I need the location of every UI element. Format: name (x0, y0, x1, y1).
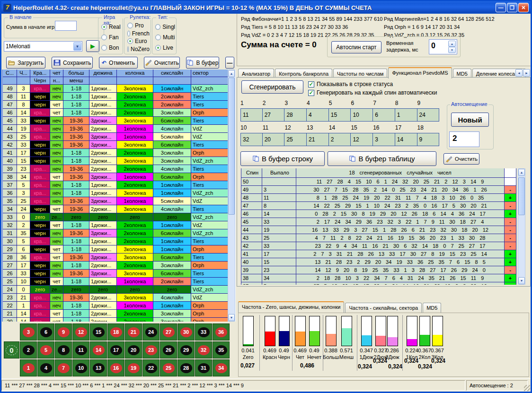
board-number-12[interactable]: 12 (72, 323, 89, 341)
spin-row[interactable]: 441916 13 33 29 3 27 15 1 28 26 6 21 23 … (241, 226, 517, 234)
spin-row[interactable]: 48118 1 28 25 24 19 20 22 31 11 7 4 18 3… (241, 194, 517, 202)
board-number-32[interactable]: 32 (195, 341, 212, 358)
radio-icon[interactable] (101, 24, 107, 30)
checkbox-autogen-row[interactable]: ✓ Генерировать на каждый спин автоматиче… (308, 89, 437, 96)
spin-row[interactable]: 49330 27 7 15 28 35 2 14 0 25 23 24 21 2… (241, 186, 517, 194)
freq-tab-2[interactable]: MD5 (423, 303, 441, 313)
start-sum-input[interactable] (55, 21, 77, 31)
table-row[interactable]: 2014кра...чет1-182дюжи...2колонка3сиклай… (3, 318, 228, 322)
table-row[interactable]: 221кра...неч1-181дюжи...1колонка1сиклайн… (3, 302, 228, 310)
generate-button[interactable]: Сгенерировать (241, 80, 303, 94)
board-number-8[interactable]: 8 (55, 341, 72, 358)
board-number-5[interactable]: 5 (37, 341, 54, 358)
table-row[interactable]: 4533черннеч19-363дюжи...3колонка6сиклайн… (3, 117, 228, 125)
radio-icon[interactable] (155, 45, 161, 51)
radio-option-multi[interactable]: Multi (155, 34, 175, 41)
scroll-up-icon[interactable]: ▲ (228, 70, 235, 77)
radio-icon[interactable] (127, 38, 133, 44)
table-row[interactable]: 2836кра...чет19-363дюжи...3колонка6сикла… (3, 253, 228, 262)
table-row[interactable]: 478чернчет1-181дюжи...2колонка2сиклайнTi… (3, 101, 228, 109)
spin-row[interactable]: 392314 12 9 20 8 19 25 35 33 1 3 28 27 1… (241, 266, 517, 274)
board-number-16[interactable]: 16 (107, 359, 124, 376)
spinner-up-icon[interactable]: ▲ (448, 41, 456, 47)
table-row[interactable]: 2114кра...чет1-182дюжи...2колонка3сиклай… (3, 310, 228, 318)
table-row[interactable]: 363кра...неч1-181дюжи...3колонка1сиклайн… (3, 189, 228, 197)
board-number-19[interactable]: 19 (125, 359, 142, 376)
resize-grip-icon[interactable] (524, 385, 530, 391)
board-number-21[interactable]: 21 (125, 323, 142, 341)
radio-icon[interactable] (101, 45, 107, 51)
table-row[interactable]: 3525кра...неч19-363дюжи...1колонка5сикла… (3, 197, 228, 205)
board-number-26[interactable]: 26 (160, 341, 177, 358)
autoshift-value-input[interactable]: 2 (449, 131, 479, 147)
radio-icon[interactable] (127, 23, 133, 28)
scroll-down-icon[interactable]: ▼ (518, 277, 525, 284)
board-number-30[interactable]: 30 (177, 323, 195, 341)
board-number-18[interactable]: 18 (107, 323, 124, 341)
board-number-17[interactable]: 17 (107, 341, 124, 358)
board-number-22[interactable]: 22 (142, 359, 160, 376)
radio-option-bon[interactable]: Bon (101, 44, 122, 51)
board-number-28[interactable]: 28 (177, 359, 195, 376)
radio-icon[interactable] (155, 24, 160, 30)
freq-tab-1[interactable]: Частота - сиклайны, сектора (345, 303, 422, 313)
table-row[interactable]: 4015черннеч1-182дюжи...3колонка3сиклайнV… (3, 157, 228, 165)
board-number-33[interactable]: 33 (195, 323, 212, 341)
board-number-24[interactable]: 24 (142, 323, 160, 341)
table-row[interactable]: 2717черннеч1-182дюжи...2колонка3сиклайнO… (3, 262, 228, 270)
board-number-7[interactable]: 7 (55, 359, 72, 376)
radio-icon[interactable] (101, 35, 107, 40)
scroll-up-icon[interactable]: ▲ (518, 169, 525, 176)
table-row[interactable]: 3135черннеч19-363дюжи...2колонка6сиклайн… (3, 229, 228, 237)
zero-cell[interactable]: 0 (4, 341, 19, 358)
radio-option-real[interactable]: Real (101, 24, 122, 30)
board-number-25[interactable]: 25 (160, 359, 177, 376)
checkbox-status-icon[interactable]: ✓ (308, 81, 314, 87)
maximize-icon[interactable]: ❐ (507, 3, 517, 12)
spin-row[interactable]: 41172 7 3 31 21 28 26 13 33 17 30 27 8 1… (241, 250, 517, 258)
board-number-34[interactable]: 34 (213, 359, 230, 376)
board-number-23[interactable]: 23 (142, 341, 160, 358)
load-button[interactable]: Загрузить (6, 57, 45, 69)
tab-scroll-left-icon[interactable]: ◄ (515, 69, 523, 77)
board-number-9[interactable]: 9 (55, 323, 72, 341)
autospin-button[interactable]: Автоспин старт (331, 41, 381, 53)
table-row[interactable]: 3923кра...неч19-362дюжи...2колонка4сикла… (3, 165, 228, 173)
board-number-15[interactable]: 15 (90, 323, 107, 341)
table-row[interactable]: 2321кра...неч19-362дюжи...3колонка4сикла… (3, 294, 228, 302)
spinner-down-icon[interactable]: ▼ (448, 47, 456, 53)
results-table-scrollbar[interactable]: ▲ ▼ (228, 70, 235, 322)
table-row[interactable]: 2510чернчет1-181дюжи...1колонка2сиклайнT… (3, 278, 228, 286)
spin-row[interactable]: 38342 18 28 10 3 22 34 7 6 4 31 24 35 21… (241, 274, 517, 282)
board-number-20[interactable]: 20 (125, 341, 142, 358)
board-number-10[interactable]: 10 (72, 359, 89, 376)
table-row[interactable]: 3834кра...чет19-363дюжи...1колонка6сикла… (3, 173, 228, 181)
table-row[interactable]: 375кра...неч1-181дюжи...2колонка1сиклайн… (3, 181, 228, 189)
radio-option-euro[interactable]: Euro (127, 38, 150, 44)
table-row[interactable]: 296чернчет1-181дюжи...3колонка1сиклайнOr… (3, 245, 228, 253)
board-number-6[interactable]: 6 (37, 323, 54, 341)
preset-combobox[interactable]: 1Melonati ▼ (4, 41, 82, 52)
table-row[interactable]: 4325кра...неч19-363дюжи...1колонка5сикла… (3, 133, 228, 141)
board-number-11[interactable]: 11 (72, 341, 89, 358)
radio-option-singl[interactable]: Singl (155, 24, 175, 30)
scrollbar-thumb[interactable] (228, 78, 235, 215)
radio-icon[interactable] (155, 35, 161, 40)
table-row[interactable]: 240zeroze...zerozerozerozeroVdZ_zch (3, 286, 228, 294)
spin-row[interactable]: 45332 17 24 34 29 36 23 32 3 22 1 7 9 11… (241, 218, 517, 226)
tab-scroll-right-icon[interactable]: ► (523, 69, 530, 77)
spin-row[interactable]: 423323 22 9 4 34 11 16 21 30 6 32 14 18 … (241, 242, 517, 250)
scroll-down-icon[interactable]: ▼ (228, 314, 235, 321)
board-number-1[interactable]: 1 (20, 359, 37, 376)
radio-option-french[interactable]: French (127, 30, 150, 37)
scrollbar-thumb[interactable] (518, 177, 525, 215)
board-number-29[interactable]: 29 (177, 341, 195, 358)
close-icon[interactable]: ✕ (518, 3, 529, 12)
table-row[interactable]: 305кра...неч1-181дюжи...2колонка1сиклайн… (3, 237, 228, 245)
board-number-36[interactable]: 36 (213, 323, 230, 341)
delay-spinner[interactable]: 0 ▲ ▼ (429, 39, 457, 54)
table-row[interactable]: 4614кра...чет1-182дюжи...2колонка3сиклай… (3, 109, 228, 117)
freq-tab-0[interactable]: Частота - Zero, шансы, дюжины, колонки (238, 301, 344, 313)
board-number-35[interactable]: 35 (213, 341, 230, 358)
board-number-13[interactable]: 13 (90, 359, 107, 376)
